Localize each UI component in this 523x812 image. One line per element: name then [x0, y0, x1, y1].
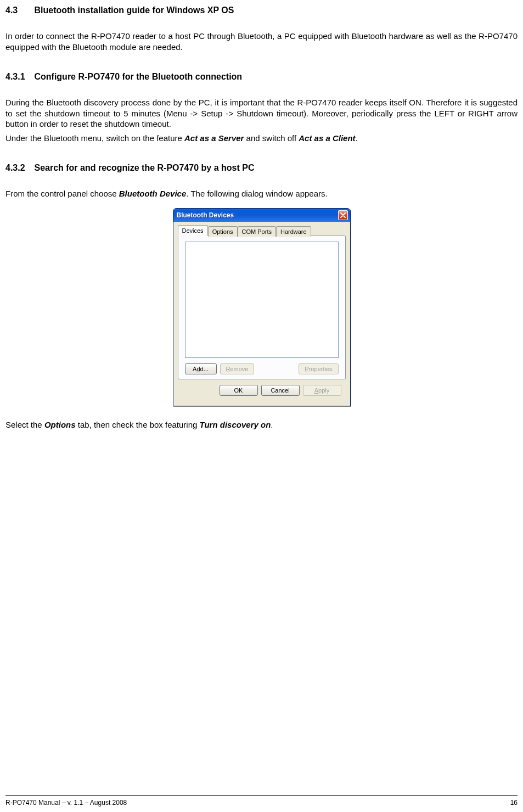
tab-strip: Devices Options COM Ports Hardware [178, 225, 346, 236]
heading-title: Bluetooth installation guide for Windows… [34, 5, 234, 15]
dialog-titlebar[interactable]: Bluetooth Devices [173, 209, 350, 222]
section-intro: In order to connect the R-PO7470 reader … [5, 31, 518, 52]
heading-title: Search for and recognize the R-PO7470 by… [34, 163, 254, 172]
tab-comports[interactable]: COM Ports [238, 226, 276, 237]
heading-4-3-1: 4.3.1 Configure R-PO7470 for the Bluetoo… [5, 72, 518, 82]
bluetooth-devices-dialog: Bluetooth Devices Devices Options COM Po… [173, 208, 351, 406]
sub1-paragraph1: During the Bluetooth discovery process d… [5, 97, 518, 130]
page-footer: R-PO7470 Manual – v. 1.1 – August 2008 1… [5, 799, 518, 807]
sub2-paragraph1: From the control panel choose Bluetooth … [5, 188, 518, 199]
sub2-paragraph2: Select the Options tab, then check the b… [5, 419, 518, 430]
tab-options[interactable]: Options [208, 226, 238, 237]
devices-listbox[interactable] [185, 242, 339, 358]
close-button[interactable] [338, 210, 348, 220]
tab-hardware[interactable]: Hardware [276, 226, 311, 237]
close-icon [340, 212, 346, 218]
footer-left: R-PO7470 Manual – v. 1.1 – August 2008 [5, 799, 127, 807]
apply-button: Apply [303, 385, 341, 396]
heading-number: 4.3 [5, 5, 32, 15]
cancel-button[interactable]: Cancel [261, 385, 300, 396]
heading-4-3-2: 4.3.2 Search for and recognize the R-PO7… [5, 163, 518, 173]
sub1-paragraph2: Under the Bluetooth menu, switch on the … [5, 133, 518, 144]
remove-button: Remove [220, 363, 255, 374]
tab-devices[interactable]: Devices [178, 225, 208, 236]
ok-button[interactable]: OK [220, 385, 258, 396]
heading-number: 4.3.2 [5, 163, 32, 173]
dialog-title: Bluetooth Devices [177, 211, 234, 219]
properties-button: Properties [299, 363, 338, 374]
heading-4-3: 4.3 Bluetooth installation guide for Win… [5, 5, 518, 15]
heading-title: Configure R-PO7470 for the Bluetooth con… [34, 72, 242, 81]
heading-number: 4.3.1 [5, 72, 32, 82]
add-button[interactable]: Add... [185, 363, 217, 374]
tab-panel-devices: Add... Remove Properties [178, 236, 346, 379]
footer-page-number: 16 [510, 799, 518, 807]
footer-rule [5, 795, 518, 796]
